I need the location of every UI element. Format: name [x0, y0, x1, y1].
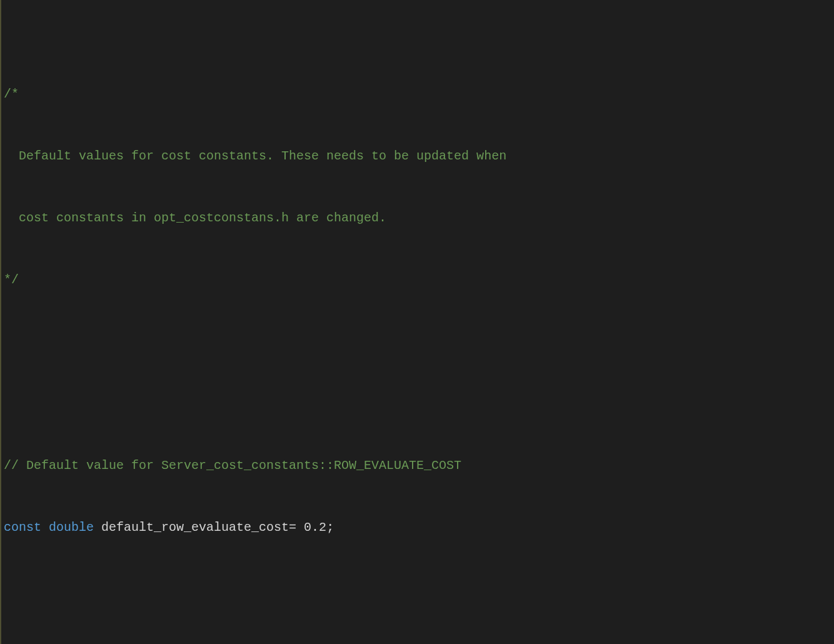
eq: =	[289, 517, 304, 538]
code-area[interactable]: /* Default values for cost constants. Th…	[3, 0, 834, 644]
indent-rail	[0, 0, 1, 644]
code-line[interactable]: // Default value for Server_cost_constan…	[3, 455, 834, 476]
code-editor[interactable]: /* Default values for cost constants. Th…	[0, 0, 834, 644]
kw-double: double	[49, 517, 101, 538]
var-name: default_row_evaluate_cost	[101, 517, 289, 538]
code-line[interactable]: Default values for cost constants. These…	[3, 146, 834, 166]
code-line[interactable]: cost constants in opt_costconstans.h are…	[3, 208, 834, 228]
block-comment-text: Default values for cost constants. These…	[4, 146, 506, 166]
var-value: 0.2	[304, 517, 326, 538]
blank-line[interactable]	[3, 352, 834, 373]
kw-const: const	[4, 517, 49, 538]
code-line[interactable]: const double default_row_evaluate_cost= …	[3, 517, 834, 538]
blank-line[interactable]	[3, 600, 834, 620]
block-comment-close: */	[4, 269, 19, 290]
block-comment-text: cost constants in opt_costconstans.h are…	[4, 208, 386, 228]
block-comment-open: /*	[4, 84, 19, 104]
line-comment: // Default value for Server_cost_constan…	[4, 455, 461, 476]
code-line[interactable]: /*	[3, 84, 834, 104]
code-line[interactable]: */	[3, 269, 834, 290]
semi: ;	[326, 517, 334, 538]
